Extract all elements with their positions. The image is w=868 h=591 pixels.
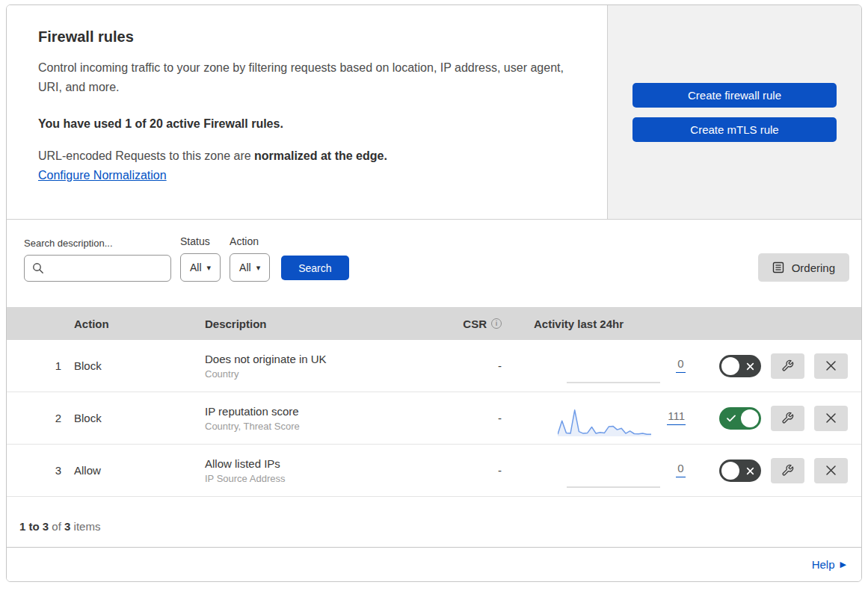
activity-count-link[interactable]: 0 bbox=[676, 462, 686, 477]
rule-enabled-toggle[interactable] bbox=[719, 460, 761, 482]
pagination-total: 3 bbox=[64, 520, 70, 533]
pagination-items: items bbox=[74, 520, 101, 533]
table-pagination-summary: 1 to 3 of 3 items bbox=[7, 497, 861, 548]
usage-summary: You have used 1 of 20 active Firewall ru… bbox=[38, 117, 576, 131]
chevron-down-icon: ▾ bbox=[207, 263, 212, 273]
description-column-header: Description bbox=[205, 318, 439, 330]
rule-description: Allow listed IPs bbox=[205, 457, 439, 470]
csr-column-header: CSR i bbox=[439, 318, 506, 330]
toggle-knob bbox=[721, 462, 739, 480]
csr-column-label: CSR bbox=[463, 318, 487, 330]
rule-description: Does not originate in UK bbox=[205, 353, 439, 365]
close-icon bbox=[825, 412, 837, 424]
close-icon bbox=[825, 465, 837, 476]
close-icon bbox=[825, 360, 837, 371]
check-icon bbox=[727, 415, 736, 422]
delete-rule-button[interactable] bbox=[814, 458, 848, 483]
rule-action: Block bbox=[74, 412, 205, 424]
rule-description-cell: Does not originate in UK Country bbox=[205, 353, 439, 380]
delete-rule-button[interactable] bbox=[814, 353, 848, 379]
page-description: Control incoming traffic to your zone by… bbox=[38, 58, 573, 97]
table-row: 2 Block IP reputation score Country, Thr… bbox=[7, 392, 861, 445]
x-icon bbox=[746, 467, 754, 475]
delete-rule-button[interactable] bbox=[814, 406, 848, 431]
action-column-header: Action bbox=[74, 318, 205, 330]
table-row: 1 Block Does not originate in UK Country… bbox=[7, 340, 861, 392]
help-bar: Help ▶ bbox=[7, 548, 861, 581]
toggle-knob bbox=[741, 409, 759, 427]
status-dropdown-value: All bbox=[190, 262, 202, 273]
status-dropdown[interactable]: All ▾ bbox=[180, 253, 221, 282]
rule-priority: 3 bbox=[7, 464, 74, 477]
rule-csr: - bbox=[439, 359, 506, 372]
rule-activity-cell: 0 bbox=[506, 347, 686, 386]
status-label: Status bbox=[180, 235, 221, 247]
wrench-icon bbox=[781, 412, 794, 424]
rule-description: IP reputation score bbox=[205, 405, 439, 418]
ordering-button-label: Ordering bbox=[792, 262, 835, 274]
normalization-note-bold: normalized at the edge. bbox=[254, 149, 387, 162]
table-row: 3 Allow Allow listed IPs IP Source Addre… bbox=[7, 445, 861, 497]
firewall-rules-card: Firewall rules Control incoming traffic … bbox=[6, 4, 862, 582]
rule-description-cell: IP reputation score Country, Threat Scor… bbox=[205, 405, 439, 432]
rule-csr: - bbox=[439, 464, 506, 477]
search-input-wrap bbox=[24, 255, 171, 282]
normalization-note: URL-encoded Requests to this zone are no… bbox=[38, 149, 576, 163]
rule-controls-cell bbox=[686, 458, 861, 483]
x-icon bbox=[746, 362, 754, 371]
create-firewall-rule-button[interactable]: Create firewall rule bbox=[632, 83, 837, 108]
activity-column-header: Activity last 24hr bbox=[506, 318, 686, 330]
activity-sparkline bbox=[567, 354, 660, 386]
action-filter-group: Action All ▾ bbox=[230, 235, 270, 282]
rule-activity-cell: 0 bbox=[506, 451, 686, 490]
page-title: Firewall rules bbox=[38, 28, 576, 46]
chevron-down-icon: ▾ bbox=[256, 263, 261, 273]
edit-rule-button[interactable] bbox=[771, 458, 804, 483]
rule-fields: Country bbox=[205, 368, 439, 380]
edit-rule-button[interactable] bbox=[771, 353, 804, 379]
edit-rule-button[interactable] bbox=[771, 406, 804, 431]
info-icon[interactable]: i bbox=[491, 318, 502, 329]
ordering-list-icon bbox=[772, 262, 784, 273]
pagination-of: of bbox=[52, 520, 61, 533]
search-input[interactable] bbox=[24, 255, 171, 282]
action-dropdown[interactable]: All ▾ bbox=[230, 253, 270, 282]
filter-bar: Search description... Status All ▾ Actio… bbox=[7, 220, 861, 307]
rule-fields: Country, Threat Score bbox=[205, 421, 439, 432]
create-mtls-rule-button[interactable]: Create mTLS rule bbox=[632, 117, 837, 142]
rule-enabled-toggle[interactable] bbox=[719, 407, 761, 430]
status-filter-group: Status All ▾ bbox=[180, 235, 221, 282]
wrench-icon bbox=[781, 464, 794, 477]
search-label: Search description... bbox=[24, 238, 171, 249]
activity-count-link[interactable]: 111 bbox=[667, 409, 686, 425]
hero-actions-panel: Create firewall rule Create mTLS rule bbox=[608, 5, 861, 219]
search-group: Search description... bbox=[24, 238, 171, 282]
normalization-note-regular: URL-encoded Requests to this zone are bbox=[38, 149, 254, 162]
activity-count-link[interactable]: 0 bbox=[676, 357, 686, 373]
toggle-knob bbox=[721, 357, 739, 375]
rule-description-cell: Allow listed IPs IP Source Address bbox=[205, 457, 439, 484]
activity-sparkline bbox=[567, 459, 660, 490]
rule-fields: IP Source Address bbox=[205, 473, 439, 484]
rule-priority: 1 bbox=[7, 359, 74, 372]
hero-text-panel: Firewall rules Control incoming traffic … bbox=[7, 5, 608, 219]
rule-action: Allow bbox=[74, 464, 205, 477]
table-header: Action Description CSR i Activity last 2… bbox=[7, 307, 861, 340]
arrow-right-icon: ▶ bbox=[840, 560, 846, 569]
rule-enabled-toggle[interactable] bbox=[719, 355, 761, 377]
search-button[interactable]: Search bbox=[281, 256, 348, 280]
search-icon bbox=[32, 262, 44, 274]
wrench-icon bbox=[781, 359, 794, 372]
rule-controls-cell bbox=[686, 406, 861, 431]
rule-priority: 2 bbox=[7, 412, 74, 424]
action-dropdown-value: All bbox=[239, 262, 251, 273]
help-link[interactable]: Help ▶ bbox=[812, 558, 846, 571]
hero-section: Firewall rules Control incoming traffic … bbox=[7, 5, 861, 220]
rule-activity-cell: 111 bbox=[506, 399, 686, 438]
rule-controls-cell bbox=[686, 353, 861, 379]
pagination-range: 1 to 3 bbox=[19, 520, 49, 533]
configure-normalization-link[interactable]: Configure Normalization bbox=[38, 169, 167, 182]
rule-csr: - bbox=[439, 412, 506, 424]
help-link-label: Help bbox=[812, 558, 835, 571]
ordering-button[interactable]: Ordering bbox=[758, 253, 849, 282]
